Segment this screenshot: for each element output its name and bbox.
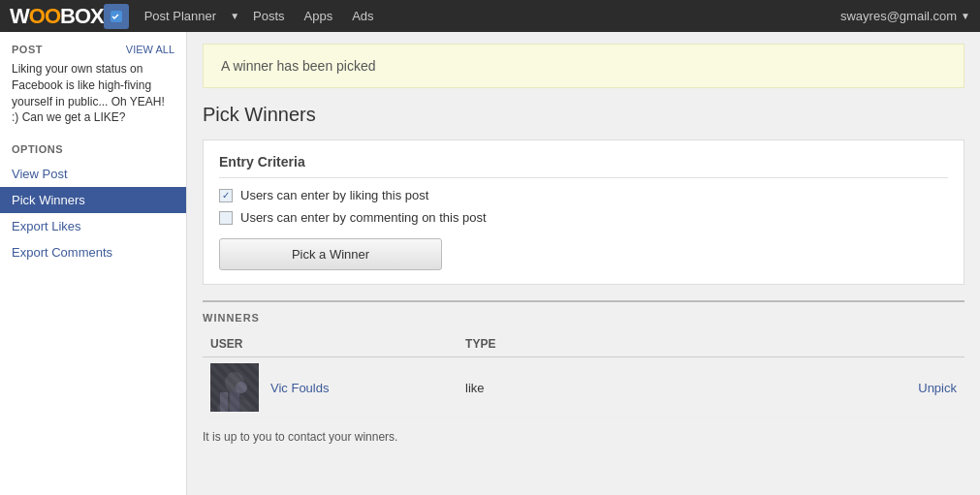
- nav-apps-link[interactable]: Apps: [295, 0, 343, 32]
- winner-banner: A winner has been picked: [203, 44, 964, 88]
- svg-rect-5: [230, 390, 239, 412]
- table-row: Vic Foulds like Unpick: [203, 357, 964, 418]
- contact-note: It is up to you to contact your winners.: [203, 430, 964, 444]
- sidebar-item-view-post[interactable]: View Post: [0, 161, 186, 187]
- winners-section: WINNERS USER TYPE: [203, 300, 964, 444]
- app-icon: [104, 4, 129, 29]
- page-title: Pick Winners: [203, 104, 964, 126]
- col-type: TYPE: [458, 331, 964, 357]
- winner-type: like: [465, 381, 485, 395]
- sidebar-post-label: POST: [12, 44, 43, 55]
- criteria-row-comment: Users can enter by commenting on this po…: [219, 210, 948, 225]
- winner-name-cell: Vic Foulds: [203, 357, 458, 418]
- nav-user-chevron-icon[interactable]: ▼: [961, 11, 970, 21]
- svg-point-2: [225, 372, 244, 393]
- svg-rect-4: [220, 392, 228, 412]
- sidebar-options-label: OPTIONS: [0, 138, 186, 161]
- winners-label: WINNERS: [203, 312, 964, 324]
- top-nav: WOOBOX Post Planner ▼ Posts Apps Ads swa…: [0, 0, 980, 32]
- nav-ads-link[interactable]: Ads: [342, 0, 383, 32]
- nav-app-name[interactable]: Post Planner: [135, 0, 226, 32]
- sidebar-view-all-link[interactable]: VIEW ALL: [126, 44, 174, 55]
- sidebar-post-header: POST VIEW ALL: [0, 44, 186, 61]
- layout: POST VIEW ALL Liking your own status on …: [0, 32, 980, 495]
- main-content: A winner has been picked Pick Winners En…: [187, 32, 980, 495]
- svg-point-3: [217, 398, 252, 412]
- criteria-like-checkbox[interactable]: [219, 189, 233, 202]
- criteria-row-like: Users can enter by liking this post: [219, 188, 948, 202]
- svg-point-6: [236, 382, 247, 393]
- nav-right: swayres@gmail.com ▼: [840, 9, 970, 23]
- sidebar-item-export-comments[interactable]: Export Comments: [0, 239, 186, 265]
- entry-criteria-card: Entry Criteria Users can enter by liking…: [203, 139, 964, 285]
- entry-criteria-title: Entry Criteria: [219, 154, 948, 178]
- winners-table: USER TYPE: [203, 331, 964, 418]
- unpick-link[interactable]: Unpick: [918, 381, 957, 395]
- winner-name-wrapper: Vic Foulds: [210, 363, 450, 412]
- winner-name-link[interactable]: Vic Foulds: [270, 381, 329, 395]
- winner-banner-text: A winner has been picked: [221, 58, 376, 74]
- sidebar-item-export-likes[interactable]: Export Likes: [0, 213, 186, 239]
- pick-winner-button[interactable]: Pick a Winner: [219, 238, 442, 270]
- criteria-comment-label: Users can enter by commenting on this po…: [240, 210, 487, 225]
- nav-dropdown-icon[interactable]: ▼: [226, 11, 243, 21]
- criteria-like-label: Users can enter by liking this post: [240, 188, 428, 202]
- col-user: USER: [203, 331, 458, 357]
- sidebar-item-pick-winners[interactable]: Pick Winners: [0, 187, 186, 213]
- nav-user-email: swayres@gmail.com: [840, 9, 957, 23]
- winner-type-cell: like Unpick: [458, 357, 964, 418]
- criteria-comment-checkbox[interactable]: [219, 211, 233, 225]
- sidebar: POST VIEW ALL Liking your own status on …: [0, 32, 187, 495]
- winner-avatar: [210, 363, 259, 412]
- svg-rect-1: [210, 363, 259, 412]
- logo: WOOBOX: [10, 4, 104, 29]
- nav-posts-link[interactable]: Posts: [243, 0, 295, 32]
- nav-links: Posts Apps Ads: [243, 0, 384, 32]
- sidebar-post-text: Liking your own status on Facebook is li…: [0, 61, 186, 138]
